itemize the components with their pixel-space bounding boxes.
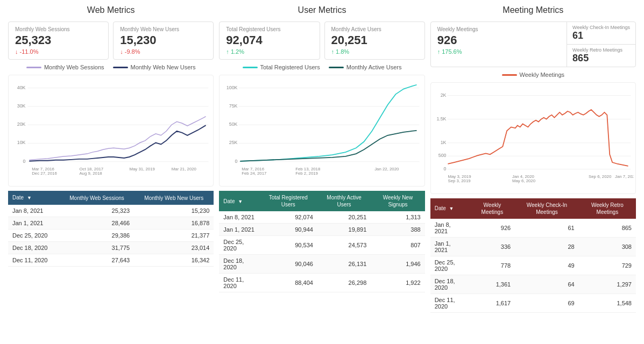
user-chart: 100K 75K 50K 25K 0 Mar 7, 2016 Feb 24, 2… bbox=[219, 75, 424, 187]
table-row: Jan 8, 202192661865 bbox=[430, 219, 636, 238]
svg-text:30K: 30K bbox=[17, 103, 26, 109]
meeting-metric-card: Weekly Meetings 926 ↑ 175.6% Weekly Chec… bbox=[430, 22, 636, 67]
weekly-legend-line bbox=[502, 74, 517, 76]
web-new-users-value: 15,230 bbox=[120, 33, 207, 47]
user-col-signups: Weekly New Signups bbox=[371, 191, 424, 211]
web-metrics-section: Web Metrics Monthly Web Sessions 25,323 … bbox=[8, 5, 214, 313]
web-chart-svg: 40K 30K 20K 10K 0 Mar 7, 2016 Dec 27, 20… bbox=[11, 77, 211, 182]
total-registered-change: ↑ 1.2% bbox=[226, 48, 313, 55]
svg-text:0: 0 bbox=[443, 166, 446, 171]
web-sessions-card: Monthly Web Sessions 25,323 ↓ -11.0% bbox=[8, 22, 109, 60]
svg-text:Sep 3, 2019: Sep 3, 2019 bbox=[448, 178, 470, 183]
weekly-legend-label: Weekly Meetings bbox=[520, 71, 565, 78]
user-chart-svg: 100K 75K 50K 25K 0 Mar 7, 2016 Feb 24, 2… bbox=[222, 77, 422, 182]
svg-text:2K: 2K bbox=[440, 92, 446, 98]
user-legend-registered: Total Registered Users bbox=[243, 64, 320, 70]
weekly-meetings-change: ↑ 175.6% bbox=[437, 48, 560, 55]
total-registered-value: 92,074 bbox=[226, 33, 313, 47]
web-data-table: Date ▼ Monthly Web Sessions Monthly Web … bbox=[8, 191, 214, 267]
table-row: Dec 25, 202090,53424,573807 bbox=[219, 236, 424, 255]
web-chart-legend: Monthly Web Sessions Monthly Web New Use… bbox=[8, 64, 214, 70]
svg-text:Aug 9, 2018: Aug 9, 2018 bbox=[79, 171, 102, 176]
user-chart-legend: Total Registered Users Monthly Active Us… bbox=[219, 64, 424, 70]
web-new-users-change: ↓ -9.8% bbox=[120, 48, 207, 55]
web-col-sessions: Monthly Web Sessions bbox=[60, 191, 134, 205]
monthly-active-label: Monthly Active Users bbox=[331, 26, 418, 32]
table-row: Dec 18, 20201,361641,297 bbox=[430, 275, 636, 294]
web-legend-sessions: Monthly Web Sessions bbox=[26, 64, 104, 70]
meeting-chart-svg: 2K 1.5K 1K 500 0 May 3, 2019 Sep 3, 2019… bbox=[433, 85, 633, 190]
meeting-metrics-section: Meeting Metrics Weekly Meetings 926 ↑ 17… bbox=[430, 5, 636, 313]
user-data-table: Date ▼ Total Registered Users Monthly Ac… bbox=[219, 191, 424, 292]
svg-text:0: 0 bbox=[235, 159, 238, 164]
weekly-meetings-main: Weekly Meetings 926 ↑ 175.6% bbox=[431, 22, 567, 67]
web-sessions-label: Monthly Web Sessions bbox=[15, 26, 102, 32]
user-col-active: Monthly Active Users bbox=[317, 191, 371, 211]
meeting-metrics-title: Meeting Metrics bbox=[430, 5, 636, 15]
svg-text:Feb 2, 2019: Feb 2, 2019 bbox=[296, 171, 319, 176]
web-chart: 40K 30K 20K 10K 0 Mar 7, 2016 Dec 27, 20… bbox=[8, 75, 214, 187]
table-row: Dec 25, 202029,38621,377 bbox=[8, 230, 214, 242]
web-new-users-label: Monthly Web New Users bbox=[120, 26, 207, 32]
table-row: Jan 1, 202128,46616,878 bbox=[8, 217, 214, 230]
weekly-meetings-label: Weekly Meetings bbox=[437, 26, 560, 32]
web-sessions-legend-line bbox=[26, 67, 41, 68]
web-col-newusers: Monthly Web New Users bbox=[134, 191, 214, 205]
checkin-value: 61 bbox=[572, 30, 630, 41]
svg-text:Mar 21, 2020: Mar 21, 2020 bbox=[172, 167, 197, 172]
table-row: Dec 11, 202088,40426,2981,922 bbox=[219, 274, 424, 292]
meeting-sub-cards: Weekly Check-In Meetings 61 Weekly Retro… bbox=[567, 22, 635, 67]
monthly-active-value: 20,251 bbox=[331, 33, 418, 47]
table-row: Jan 8, 202125,32315,230 bbox=[8, 205, 214, 217]
user-col-registered: Total Registered Users bbox=[259, 191, 317, 211]
table-row: Dec 11, 20201,617691,548 bbox=[430, 294, 636, 313]
table-row: Dec 18, 202031,77523,014 bbox=[8, 242, 214, 254]
svg-text:Dec 27, 2016: Dec 27, 2016 bbox=[32, 171, 57, 176]
total-registered-label: Total Registered Users bbox=[226, 26, 313, 32]
web-col-date[interactable]: Date ▼ bbox=[8, 191, 60, 205]
sections-container: Web Metrics Monthly Web Sessions 25,323 … bbox=[8, 5, 636, 313]
checkin-label: Weekly Check-In Meetings bbox=[572, 25, 630, 30]
svg-text:Jan 22, 2020: Jan 22, 2020 bbox=[374, 167, 399, 172]
meeting-col-retro: Weekly Retro Meetings bbox=[579, 198, 636, 219]
table-row: Jan 1, 202190,94419,891388 bbox=[219, 224, 424, 236]
retro-value: 865 bbox=[572, 53, 630, 64]
meeting-chart: 2K 1.5K 1K 500 0 May 3, 2019 Sep 3, 2019… bbox=[430, 82, 636, 194]
meeting-data-table: Date ▼ Weekly Meetings Weekly Check-In M… bbox=[430, 198, 636, 313]
table-row: Jan 1, 202133628308 bbox=[430, 238, 636, 256]
retro-sub-card: Weekly Retro Meetings 865 bbox=[567, 45, 635, 67]
svg-text:Feb 24, 2017: Feb 24, 2017 bbox=[242, 171, 267, 176]
user-legend-active: Monthly Active Users bbox=[329, 64, 402, 70]
svg-text:Jan 7, 2021: Jan 7, 2021 bbox=[615, 174, 633, 179]
dashboard: Web Metrics Monthly Web Sessions 25,323 … bbox=[0, 0, 644, 318]
web-sessions-value: 25,323 bbox=[15, 33, 102, 47]
table-row: Dec 11, 202027,64316,342 bbox=[8, 254, 214, 267]
web-legend-new-users: Monthly Web New Users bbox=[113, 64, 196, 70]
web-new-users-card: Monthly Web New Users 15,230 ↓ -9.8% bbox=[113, 22, 214, 60]
retro-label: Weekly Retro Meetings bbox=[572, 47, 630, 53]
web-sessions-legend-label: Monthly Web Sessions bbox=[44, 64, 104, 70]
registered-legend-label: Total Registered Users bbox=[260, 64, 320, 70]
svg-text:25K: 25K bbox=[229, 140, 238, 146]
web-sessions-change: ↓ -11.0% bbox=[15, 48, 102, 55]
meeting-col-date[interactable]: Date ▼ bbox=[430, 198, 470, 219]
weekly-meetings-value: 926 bbox=[437, 33, 560, 47]
registered-legend-line bbox=[243, 67, 258, 68]
web-metrics-title: Web Metrics bbox=[8, 5, 214, 15]
svg-text:100K: 100K bbox=[227, 85, 238, 90]
svg-text:1.5K: 1.5K bbox=[436, 116, 446, 121]
user-metric-cards: Total Registered Users 92,074 ↑ 1.2% Mon… bbox=[219, 22, 424, 60]
svg-text:10K: 10K bbox=[17, 140, 26, 146]
user-col-date[interactable]: Date ▼ bbox=[219, 191, 259, 211]
svg-text:500: 500 bbox=[438, 153, 446, 158]
table-row: Dec 25, 202077849729 bbox=[430, 256, 636, 275]
meeting-col-checkin: Weekly Check-In Meetings bbox=[515, 198, 579, 219]
meeting-col-weekly: Weekly Meetings bbox=[470, 198, 515, 219]
svg-text:Sep 6, 2020: Sep 6, 2020 bbox=[589, 174, 612, 179]
table-row: Dec 18, 202090,04626,1311,946 bbox=[219, 255, 424, 274]
web-newusers-legend-label: Monthly Web New Users bbox=[131, 64, 196, 70]
meeting-legend-weekly: Weekly Meetings bbox=[502, 71, 565, 78]
svg-text:20K: 20K bbox=[17, 122, 26, 127]
svg-text:1K: 1K bbox=[440, 140, 446, 145]
svg-text:May 31, 2019: May 31, 2019 bbox=[129, 167, 154, 172]
